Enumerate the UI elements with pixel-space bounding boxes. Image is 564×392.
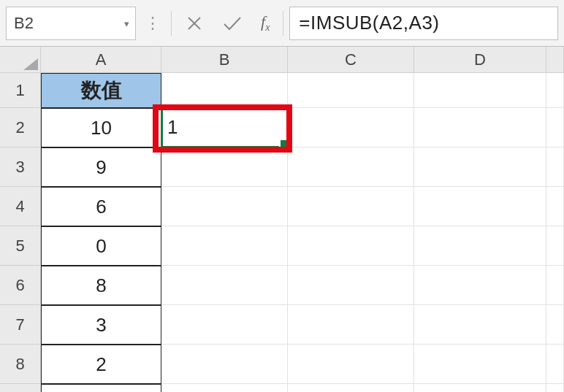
cell-D6[interactable] bbox=[414, 266, 546, 305]
row-1: 1 数值 bbox=[0, 73, 564, 108]
cell-D2[interactable] bbox=[414, 108, 546, 147]
cell-B1[interactable] bbox=[161, 73, 288, 108]
cell-A7[interactable]: 3 bbox=[41, 305, 161, 345]
cell-E3[interactable] bbox=[546, 147, 564, 187]
cell-D5[interactable] bbox=[414, 226, 546, 266]
row-5: 5 0 bbox=[0, 226, 564, 266]
cell-C9[interactable] bbox=[288, 384, 414, 392]
cell-D8[interactable] bbox=[414, 345, 546, 384]
cell-E2[interactable] bbox=[546, 108, 564, 147]
cell-E8[interactable] bbox=[546, 345, 564, 384]
row-4: 4 6 bbox=[0, 187, 564, 226]
cell-A3[interactable]: 9 bbox=[41, 147, 161, 187]
vertical-dots-icon[interactable]: ⋮ bbox=[140, 15, 165, 31]
rows: 1 数值 2 10 1 3 9 4 6 bbox=[0, 73, 564, 392]
row-header-2[interactable]: 2 bbox=[0, 108, 41, 147]
cell-B8[interactable] bbox=[161, 345, 288, 384]
formula-input[interactable]: =IMSUB(A2,A3) bbox=[289, 7, 558, 40]
row-header-3[interactable]: 3 bbox=[0, 147, 41, 187]
cell-B6[interactable] bbox=[161, 266, 288, 305]
spreadsheet-grid: A B C D 1 数值 2 10 1 3 9 bbox=[0, 47, 564, 392]
divider bbox=[171, 11, 172, 36]
row-header-1[interactable]: 1 bbox=[0, 73, 41, 108]
name-box-value: B2 bbox=[14, 14, 34, 33]
col-header-C[interactable]: C bbox=[288, 47, 414, 73]
cell-A8[interactable]: 2 bbox=[41, 345, 161, 384]
col-header-D[interactable]: D bbox=[414, 47, 546, 73]
divider bbox=[283, 11, 283, 36]
cell-D7[interactable] bbox=[414, 305, 546, 345]
cell-B9[interactable] bbox=[161, 384, 288, 392]
accept-button[interactable] bbox=[216, 7, 249, 39]
name-box[interactable]: B2 ▾ bbox=[6, 7, 136, 40]
fx-icon[interactable]: fx bbox=[254, 12, 277, 34]
cell-E6[interactable] bbox=[546, 266, 564, 305]
formula-text: =IMSUB(A2,A3) bbox=[299, 12, 439, 34]
cell-C3[interactable] bbox=[288, 147, 414, 187]
cell-B5[interactable] bbox=[161, 226, 288, 266]
cell-D9[interactable] bbox=[414, 384, 546, 392]
cell-C4[interactable] bbox=[288, 187, 414, 226]
formula-bar: B2 ▾ ⋮ fx =IMSUB(A2,A3) bbox=[0, 0, 564, 47]
cell-A4[interactable]: 6 bbox=[41, 187, 161, 226]
cell-A1[interactable]: 数值 bbox=[41, 73, 161, 108]
cell-C2[interactable] bbox=[288, 108, 414, 147]
column-headers: A B C D bbox=[0, 47, 564, 73]
col-header-A[interactable]: A bbox=[41, 47, 161, 73]
cell-E4[interactable] bbox=[546, 187, 564, 226]
row-header-6[interactable]: 6 bbox=[0, 266, 41, 305]
cell-D4[interactable] bbox=[414, 187, 546, 226]
row-8: 8 2 bbox=[0, 345, 564, 384]
cell-A9[interactable]: 2 bbox=[41, 384, 161, 392]
row-header-5[interactable]: 5 bbox=[0, 226, 41, 266]
row-9: 9 2 bbox=[0, 384, 564, 392]
select-all-corner[interactable] bbox=[0, 47, 41, 73]
cell-C7[interactable] bbox=[288, 305, 414, 345]
cell-B4[interactable] bbox=[161, 187, 288, 226]
cell-E5[interactable] bbox=[546, 226, 564, 266]
row-3: 3 9 bbox=[0, 147, 564, 187]
col-header-E[interactable] bbox=[546, 47, 564, 73]
cell-E9[interactable] bbox=[546, 384, 564, 392]
cell-E7[interactable] bbox=[546, 305, 564, 345]
cell-A5[interactable]: 0 bbox=[41, 226, 161, 266]
row-header-7[interactable]: 7 bbox=[0, 305, 41, 345]
row-6: 6 8 bbox=[0, 266, 564, 305]
row-header-8[interactable]: 8 bbox=[0, 345, 41, 384]
cancel-button[interactable] bbox=[178, 7, 211, 39]
cell-C8[interactable] bbox=[288, 345, 414, 384]
cell-D1[interactable] bbox=[414, 73, 546, 108]
cell-A2[interactable]: 10 bbox=[41, 108, 161, 147]
row-header-9[interactable]: 9 bbox=[0, 384, 41, 392]
dropdown-icon[interactable]: ▾ bbox=[124, 18, 129, 28]
cell-C5[interactable] bbox=[288, 226, 414, 266]
col-header-B[interactable]: B bbox=[161, 47, 288, 73]
cell-D3[interactable] bbox=[414, 147, 546, 187]
cell-C1[interactable] bbox=[288, 73, 414, 108]
cell-B7[interactable] bbox=[161, 305, 288, 345]
cell-A6[interactable]: 8 bbox=[41, 266, 161, 305]
row-7: 7 3 bbox=[0, 305, 564, 345]
cell-B2[interactable]: 1 bbox=[161, 108, 288, 147]
row-header-4[interactable]: 4 bbox=[0, 187, 41, 226]
cell-B3[interactable] bbox=[161, 147, 288, 187]
cell-C6[interactable] bbox=[288, 266, 414, 305]
row-2: 2 10 1 bbox=[0, 108, 564, 147]
cell-E1[interactable] bbox=[546, 73, 564, 108]
cell-B2-value: 1 bbox=[167, 116, 178, 139]
